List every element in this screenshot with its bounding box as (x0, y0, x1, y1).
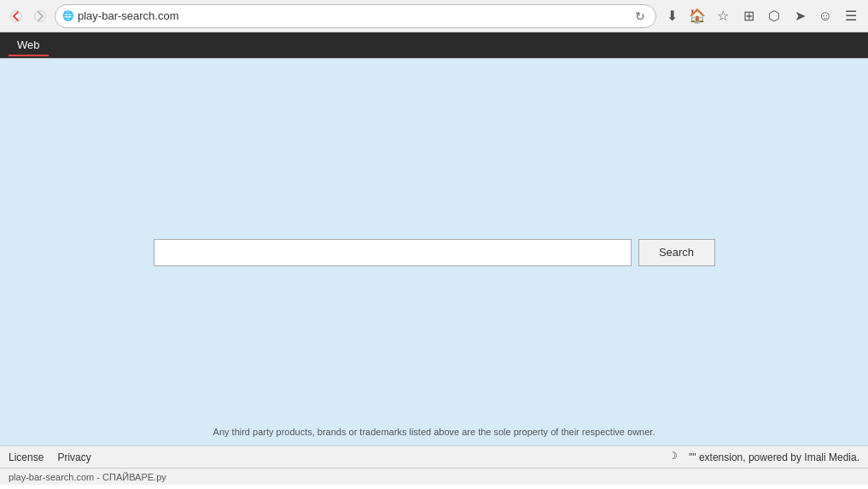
footer-right: ☽ "" extension, powered by Imali Media. (668, 450, 859, 465)
nav-bar: Web (0, 32, 868, 58)
download-icon[interactable]: ⬇ (660, 4, 684, 28)
moon-icon: ☽ (668, 450, 684, 465)
footer-links: License Privacy (9, 451, 91, 463)
svg-point-1 (35, 10, 46, 21)
status-bar: play-bar-search.com - СПАЙВАРЕ.ру (0, 468, 868, 485)
reload-button[interactable]: ↻ (632, 8, 649, 25)
disclaimer-text: Any third party products, brands or trad… (213, 427, 655, 437)
menu-icon[interactable]: ☰ (839, 4, 863, 28)
svg-point-0 (11, 10, 22, 21)
browser-chrome: 🌐 ↻ ⬇ 🏠 ☆ ⊞ ⬡ ➤ ☺ ☰ Web (0, 0, 868, 59)
back-button[interactable] (5, 5, 27, 27)
forward-button[interactable] (29, 5, 51, 27)
address-bar-container[interactable]: 🌐 ↻ (55, 4, 656, 28)
search-button[interactable]: Search (638, 239, 715, 266)
pocket-icon[interactable]: ⬡ (762, 4, 786, 28)
home-icon[interactable]: 🏠 (685, 4, 709, 28)
web-tab[interactable]: Web (9, 35, 49, 56)
history-icon[interactable]: ⊞ (737, 4, 760, 28)
profile-icon[interactable]: ☺ (813, 4, 837, 28)
footer: License Privacy ☽ "" extension, powered … (0, 445, 868, 468)
license-link[interactable]: License (9, 451, 44, 463)
send-icon[interactable]: ➤ (788, 4, 812, 28)
search-container: Search (154, 239, 715, 266)
extension-text: "" extension, powered by Imali Media. (689, 451, 859, 463)
status-text: play-bar-search.com - СПАЙВАРЕ.ру (9, 472, 166, 482)
search-input[interactable] (154, 239, 632, 266)
globe-icon: 🌐 (62, 10, 74, 21)
privacy-link[interactable]: Privacy (57, 451, 90, 463)
address-input[interactable] (78, 9, 628, 22)
bookmark-star-icon[interactable]: ☆ (711, 4, 735, 28)
main-content: Search Any third party products, brands … (0, 59, 868, 445)
nav-buttons (5, 5, 51, 27)
browser-toolbar: 🌐 ↻ ⬇ 🏠 ☆ ⊞ ⬡ ➤ ☺ ☰ (0, 0, 868, 32)
toolbar-icons: ⬇ 🏠 ☆ ⊞ ⬡ ➤ ☺ ☰ (660, 4, 863, 28)
